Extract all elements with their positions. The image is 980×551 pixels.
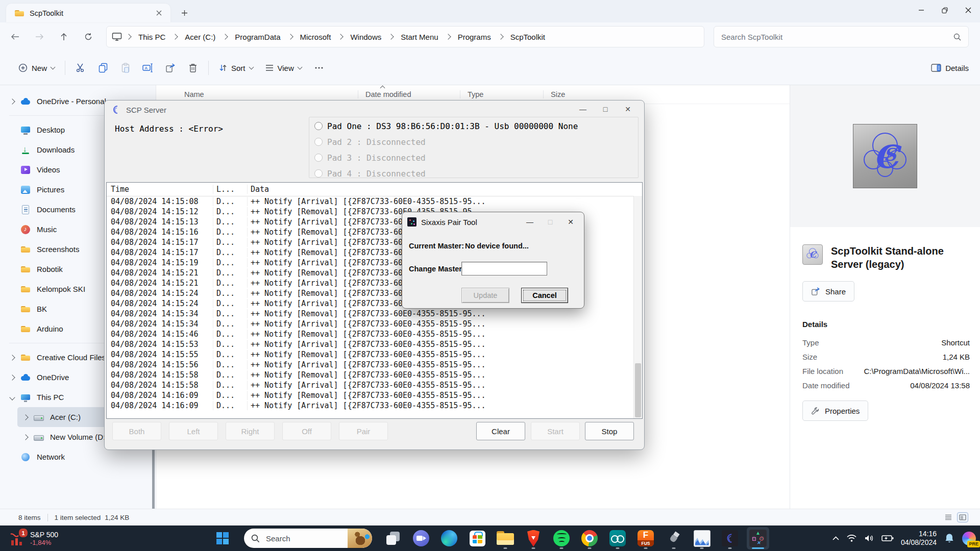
sort-button[interactable]: Sort (213, 58, 259, 78)
pad-radio-row[interactable]: Pad One : DS3 98:B6:56:D0:01:3B - Usb 00… (309, 119, 638, 133)
new-button[interactable]: New (12, 58, 61, 78)
minimize-button[interactable] (910, 0, 933, 20)
log-row[interactable]: 04/08/2024 14:15:58 D... ++ Notify [Remo… (107, 370, 642, 380)
scp-action-button[interactable]: Stop (585, 422, 634, 440)
share-button[interactable] (159, 58, 182, 78)
log-row[interactable]: 04/08/2024 14:15:34 D... ++ Notify [Arri… (107, 319, 642, 329)
tab-close-icon[interactable] (152, 7, 165, 20)
radio-button-icon[interactable] (314, 154, 323, 162)
log-row[interactable]: 04/08/2024 14:15:34 D... ++ Notify [Remo… (107, 309, 642, 319)
close-button[interactable] (957, 0, 980, 20)
breadcrumb-bar[interactable]: This PC Acer (C:) ProgramData (106, 26, 704, 47)
microsoft-store-button[interactable] (466, 527, 488, 549)
breadcrumb-item[interactable]: Windows (346, 31, 397, 43)
back-button[interactable] (5, 28, 24, 46)
chevron-icon[interactable] (9, 98, 15, 104)
tab-scptoolkit[interactable]: ScpToolkit (6, 4, 170, 22)
column-header-size[interactable]: Size (543, 90, 612, 98)
log-row[interactable]: 04/08/2024 14:16:09 D... ++ Notify [Remo… (107, 390, 642, 400)
chevron-icon[interactable] (22, 434, 28, 440)
properties-button[interactable]: Properties (802, 400, 868, 421)
log-row[interactable]: 04/08/2024 14:16:09 D... ++ Notify [Arri… (107, 400, 642, 411)
search-daily-image[interactable] (348, 529, 372, 548)
restore-button[interactable] (933, 0, 957, 20)
change-master-input[interactable] (461, 262, 547, 276)
pad-radio-row[interactable]: Pad 3 : Disconnected (309, 151, 638, 165)
pad-radio-row[interactable]: Pad 4 : Disconnected (309, 166, 638, 181)
brave-button[interactable] (522, 527, 545, 549)
minimize-button[interactable]: — (520, 214, 540, 230)
notifications-bell-icon[interactable] (944, 533, 955, 544)
copy-button[interactable] (92, 58, 114, 78)
breadcrumb-item[interactable]: Start Menu (397, 31, 453, 43)
usb-tool-button[interactable] (663, 527, 685, 549)
chevron-icon[interactable] (9, 355, 15, 360)
pad-radio-row[interactable]: Pad 2 : Disconnected (309, 135, 638, 149)
scp-action-button[interactable]: Clear (476, 422, 525, 440)
chat-button[interactable] (410, 527, 432, 549)
scp-action-button[interactable]: Both (112, 422, 161, 440)
delete-button[interactable] (182, 58, 204, 78)
breadcrumb-item[interactable]: ProgramData (231, 31, 296, 43)
breadcrumb-item[interactable]: Acer (C:) (181, 31, 231, 43)
paste-button[interactable] (114, 58, 137, 78)
log-column-level[interactable]: L... (213, 185, 248, 194)
update-button[interactable]: Update (461, 288, 509, 303)
cancel-button[interactable]: Cancel (521, 288, 568, 303)
share-button[interactable]: Share (802, 281, 854, 302)
fusion360-button[interactable]: FFUS (634, 527, 657, 549)
scp-action-button[interactable]: Right (226, 422, 275, 440)
minimize-button[interactable]: — (572, 101, 594, 118)
radio-button-icon[interactable] (314, 169, 323, 178)
chevron-icon[interactable] (9, 394, 15, 400)
log-column-data[interactable]: Data (248, 185, 642, 194)
maximize-button[interactable]: □ (594, 101, 617, 118)
log-row[interactable]: 04/08/2024 14:15:46 D... ++ Notify [Remo… (107, 329, 642, 339)
new-tab-button[interactable] (176, 4, 193, 21)
start-button[interactable] (213, 529, 232, 547)
log-row[interactable]: 04/08/2024 14:15:53 D... ++ Notify [Arri… (107, 339, 642, 349)
radio-button-icon[interactable] (314, 138, 323, 146)
scp-action-button[interactable]: Left (169, 422, 218, 440)
details-view-toggle-icon[interactable] (958, 513, 968, 522)
wifi-icon[interactable] (846, 534, 857, 542)
scp-server-button[interactable] (719, 527, 741, 549)
view-button[interactable]: View (259, 58, 308, 78)
maximize-button[interactable]: □ (540, 214, 560, 230)
scp-action-button[interactable]: Start (531, 422, 580, 440)
breadcrumb-item[interactable]: Microsoft (296, 31, 347, 43)
log-row[interactable]: 04/08/2024 14:15:56 D... ++ Notify [Arri… (107, 360, 642, 370)
spotify-button[interactable] (550, 527, 573, 549)
scp-action-button[interactable]: Pair (339, 422, 388, 440)
column-header-name[interactable]: Name (156, 90, 358, 98)
log-row[interactable]: 04/08/2024 14:15:08 D... ++ Notify [Arri… (107, 196, 642, 207)
more-options-button[interactable] (308, 58, 330, 78)
weather-stocks-widget[interactable]: 1 S&P 500 -1,84% (5, 528, 62, 549)
chevron-icon[interactable] (22, 414, 28, 420)
rename-button[interactable]: A (137, 58, 159, 78)
log-column-time[interactable]: Time (107, 185, 213, 194)
taskbar-clock[interactable]: 14:16 04/08/2024 (901, 530, 937, 547)
log-scrollbar[interactable] (633, 196, 642, 418)
breadcrumb-item[interactable]: This PC (134, 31, 181, 43)
task-view-button[interactable] (382, 527, 404, 549)
details-toggle-button[interactable]: Details (931, 64, 969, 72)
up-button[interactable] (54, 28, 74, 46)
log-row[interactable]: 04/08/2024 14:15:55 D... ++ Notify [Remo… (107, 349, 642, 360)
scp-action-button[interactable]: Off (282, 422, 331, 440)
close-button[interactable]: ✕ (560, 214, 581, 230)
log-row[interactable]: 04/08/2024 14:15:58 D... ++ Notify [Arri… (107, 380, 642, 390)
cut-button[interactable] (69, 58, 92, 78)
file-explorer-button[interactable] (494, 527, 517, 549)
chrome-button[interactable] (578, 527, 601, 549)
copilot-icon[interactable]: PRE (962, 532, 976, 545)
hidden-icons-chevron[interactable] (832, 536, 839, 540)
list-view-toggle-icon[interactable] (943, 513, 953, 522)
column-header-type[interactable]: Type (460, 90, 543, 98)
edge-button[interactable] (438, 527, 460, 549)
refresh-button[interactable] (79, 28, 98, 46)
dialog-title-bar[interactable]: Sixaxis Pair Tool — □ ✕ (402, 212, 584, 232)
chevron-icon[interactable] (9, 374, 15, 380)
scp-title-bar[interactable]: SCP Server — □ ✕ (105, 101, 644, 119)
volume-icon[interactable] (864, 534, 874, 542)
